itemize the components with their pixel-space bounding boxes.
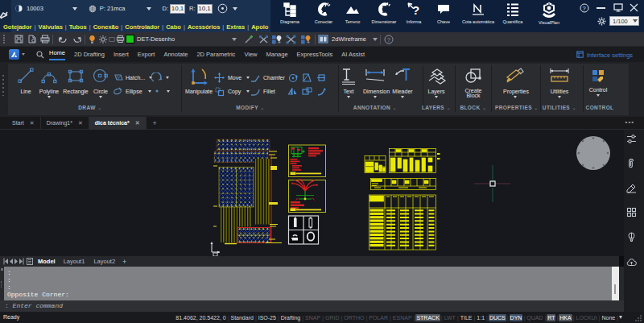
svg-text:?: ?: [583, 5, 586, 12]
svg-text:?: ?: [412, 3, 419, 17]
svg-text:?: ?: [387, 35, 390, 43]
